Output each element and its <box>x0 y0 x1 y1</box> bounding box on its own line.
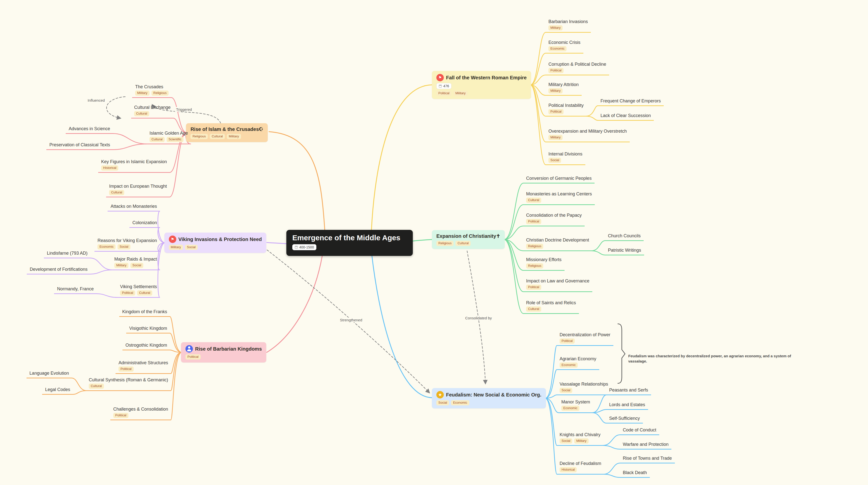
topic-black-death[interactable]: Black Death <box>620 469 650 478</box>
branch-feudalism-new-social-economic-org[interactable]: ★ Feudalism: New Social & Economic Org. … <box>432 388 546 408</box>
relationship-label-triggered: Triggered <box>175 107 193 112</box>
branch-rise-of-barbarian-kingdoms[interactable]: Rise of Barbarian Kingdoms Political <box>181 342 266 363</box>
topic-islamic-golden-age[interactable]: Islamic Golden Age Cultural Scientific <box>147 129 191 144</box>
tag: Military <box>135 91 149 96</box>
relationship-label-consolidated-by: Consolidated by <box>464 316 493 321</box>
topic-legal-codes[interactable]: Legal Codes <box>42 386 73 395</box>
topic-label: Decentralization of Power <box>560 332 611 338</box>
branch-fall-of-the-western-roman-empire[interactable]: ⚑ Fall of the Western Roman Empire 476 P… <box>432 71 531 99</box>
tag: Political <box>120 290 135 296</box>
topic-development-of-fortifications[interactable]: Development of Fortifications <box>27 266 91 274</box>
tag: Cultural <box>456 241 471 246</box>
topic-label: Preservation of Classical Texts <box>49 142 110 148</box>
topic-label: Lack of Clear Succession <box>600 113 651 119</box>
topic-lack-of-clear-succession[interactable]: Lack of Clear Succession <box>597 112 654 121</box>
topic-label: Normandy, France <box>57 286 94 292</box>
topic-knights-and-chivalry[interactable]: Knights and Chivalry Social Military <box>557 431 603 446</box>
topic-challenges-and-consolidation[interactable]: Challenges & Consolidation Political <box>110 405 171 420</box>
topic-administrative-structures[interactable]: Administrative Structures Political <box>116 359 171 374</box>
topic-monasteries-as-learning-centers[interactable]: Monasteries as Learning Centers Cultural <box>523 190 595 205</box>
topic-agrarian-economy[interactable]: Agrarian Economy Economic <box>557 355 599 370</box>
topic-self-sufficiency[interactable]: Self-Sufficiency <box>606 415 643 424</box>
topic-visigothic-kingdom[interactable]: Visigothic Kingdom <box>126 325 170 333</box>
topic-attacks-on-monasteries[interactable]: Attacks on Monasteries <box>107 203 160 212</box>
tag: Cultural <box>134 111 149 116</box>
topic-language-evolution[interactable]: Language Evolution <box>27 369 72 378</box>
topic-label: Key Figures in Islamic Expansion <box>101 159 167 164</box>
topic-corruption-political-decline[interactable]: Corruption & Political Decline Political <box>546 61 609 75</box>
topic-role-of-saints-and-relics[interactable]: Role of Saints and Relics Cultural <box>523 299 579 314</box>
tag: Religious <box>526 263 543 269</box>
tag: Military <box>574 438 588 444</box>
topic-cultural-exchange[interactable]: Cultural Exchange Cultural <box>131 104 174 119</box>
topic-christian-doctrine-development[interactable]: Christian Doctrine Development Religious <box>523 236 592 251</box>
topic-decentralization-of-power[interactable]: Decentralization of Power Political <box>557 331 613 346</box>
topic-overexpansion-and-military-overstretch[interactable]: Overexpansion and Military Overstretch M… <box>546 127 630 142</box>
topic-missionary-efforts[interactable]: Missionary Efforts Religious <box>523 256 564 271</box>
tag: Political <box>560 338 575 344</box>
topic-lindisfarne-793-ad[interactable]: Lindisfarne (793 AD) <box>44 249 91 259</box>
tag: Military <box>454 91 468 96</box>
topic-kingdom-of-the-franks[interactable]: Kingdom of the Franks <box>119 308 170 317</box>
branch-rise-of-islam-and-the-crusades[interactable]: Rise of Islam & the Crusades☪ Religious … <box>186 123 268 142</box>
topic-lords-and-estates[interactable]: Lords and Estates <box>606 401 648 410</box>
topic-consolidation-of-the-papacy[interactable]: Consolidation of the Papacy Political <box>523 212 585 226</box>
topic-major-raids-and-impact[interactable]: Major Raids & Impact Military Social <box>111 255 160 270</box>
topic-impact-on-law-and-governance[interactable]: Impact on Law and Governance Political <box>523 277 592 292</box>
tag: Military <box>227 134 241 139</box>
topic-rise-of-towns-and-trade[interactable]: Rise of Towns and Trade <box>620 455 675 463</box>
topic-military-attrition[interactable]: Military Attrition Military <box>546 81 582 96</box>
tag: Scientific <box>166 137 183 142</box>
branch-title: Expansion of Christianity✝ <box>436 233 500 239</box>
tag: Political <box>526 219 541 224</box>
tag: Economic <box>451 400 469 405</box>
tag: Religious <box>190 134 208 139</box>
tag: Cultural <box>89 384 104 389</box>
topic-label: Challenges & Consolidation <box>113 406 168 412</box>
topic-key-figures-in-islamic-expansion[interactable]: Key Figures in Islamic Expansion Histori… <box>98 158 170 173</box>
topic-vassalage-relationships[interactable]: Vassalage Relationships Social <box>557 381 611 395</box>
topic-political-instability[interactable]: Political Instability Political <box>546 102 587 117</box>
topic-colonization[interactable]: Colonization <box>129 219 160 228</box>
topic-label: Advances in Science <box>69 126 110 132</box>
topic-peasants-and-serfs[interactable]: Peasants and Serfs <box>606 386 651 395</box>
topic-frequent-change-of-emperors[interactable]: Frequent Change of Emperors <box>597 97 664 106</box>
topic-label: Missionary Efforts <box>526 256 562 263</box>
topic-advances-in-science[interactable]: Advances in Science <box>66 125 113 134</box>
topic-label: Legal Codes <box>45 387 70 393</box>
central-topic[interactable]: Emergence of the Middle Ages 400-1500 <box>286 230 413 256</box>
topic-ostrogothic-kingdom[interactable]: Ostrogothic Kingdom <box>122 341 170 351</box>
mindmap-canvas[interactable]: Emergence of the Middle Ages 400-1500 ⚑ … <box>0 0 868 485</box>
topic-preservation-of-classical-texts[interactable]: Preservation of Classical Texts <box>46 141 113 150</box>
topic-church-councils[interactable]: Church Councils <box>605 232 644 241</box>
topic-economic-crisis[interactable]: Economic Crisis Economic <box>546 39 583 54</box>
topic-the-crusades[interactable]: The Crusades Military Religious <box>132 83 172 98</box>
topic-label: Visigothic Kingdom <box>129 325 167 331</box>
topic-warfare-and-protection[interactable]: Warfare and Protection <box>620 441 672 450</box>
topic-conversion-of-germanic-peoples[interactable]: Conversion of Germanic Peoples <box>523 175 594 183</box>
topic-code-of-conduct[interactable]: Code of Conduct <box>620 426 659 435</box>
topic-label: Reasons for Viking Expansion <box>97 238 157 243</box>
topic-normandy-france[interactable]: Normandy, France <box>54 285 97 294</box>
branch-expansion-of-christianity[interactable]: Expansion of Christianity✝ Religious Cul… <box>432 230 505 249</box>
topic-patristic-writings[interactable]: Patristic Writings <box>605 246 644 255</box>
person-icon <box>185 345 193 353</box>
tag: Religious <box>152 91 168 96</box>
branch-title: Feudalism: New Social & Economic Org. <box>446 392 541 398</box>
topic-manor-system[interactable]: Manor System Economic <box>558 398 593 413</box>
topic-viking-settlements[interactable]: Viking Settlements Political Cultural <box>117 283 160 298</box>
topic-impact-on-european-thought[interactable]: Impact on European Thought Cultural <box>106 182 170 198</box>
topic-label: Church Councils <box>608 233 641 239</box>
topic-cultural-synthesis-roman-germanic[interactable]: Cultural Synthesis (Roman & Germanic) Cu… <box>86 376 171 391</box>
relationship-label-strengthened: Strengthened <box>339 317 364 322</box>
topic-reasons-for-viking-expansion[interactable]: Reasons for Viking Expansion Economic So… <box>94 237 160 252</box>
topic-decline-of-feudalism[interactable]: Decline of Feudalism Historical <box>557 460 604 475</box>
topic-label: Patristic Writings <box>608 247 641 253</box>
topic-label: Peasants and Serfs <box>609 387 648 393</box>
branch-viking-invasions-and-protection-need[interactable]: ⚑ Viking Invasions & Protection Need Mil… <box>164 233 266 253</box>
tag: Cultural <box>137 290 152 296</box>
tag: Military <box>169 245 183 250</box>
tag: Social <box>560 438 572 444</box>
topic-barbarian-invasions[interactable]: Barbarian Invasions Military <box>546 18 591 33</box>
topic-internal-divisions[interactable]: Internal Divisions Social <box>546 150 585 165</box>
